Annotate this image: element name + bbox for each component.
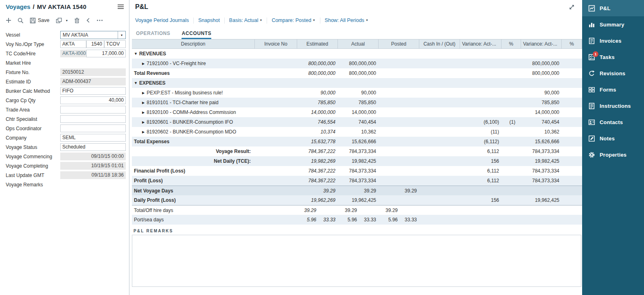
toolbar-snapshot[interactable]: Snapshot [198,17,220,23]
field-value[interactable] [60,115,126,123]
pnl-row-pexp-est-missing-business-rule[interactable]: ▶PEXP:EST - Missing business rule!90,000… [132,88,582,98]
dropdown-arrow-icon[interactable]: ▼ [118,31,125,39]
sidebar-item-label: Forms [600,87,616,93]
pnl-row-financial-profit-loss: Financial Profit (Loss)784,367,222784,37… [132,166,582,176]
vessel-select[interactable]: MV AKTAIA▼ [60,31,126,39]
column-header-description-0[interactable]: Description [132,39,255,48]
field-values: ADM-000437 [60,78,126,85]
field-value[interactable] [60,125,126,132]
field-value[interactable]: 1540 [86,40,104,48]
pair-value: 5.96 [379,217,398,223]
field-value[interactable]: 17,000.00 [86,50,126,57]
toolbar-basis-actual[interactable]: Basis: Actual▼ [229,17,263,23]
toolbar-compare-posted[interactable]: Compare: Posted▼ [272,17,315,23]
cell-act: 39.29 [338,208,379,213]
sidebar-item-tasks[interactable]: 1Tasks [582,49,644,65]
row-expand-icon[interactable]: ▶ [142,101,145,105]
sidebar-item-properties[interactable]: Properties [582,146,644,163]
copy-voyage-button[interactable]: ▼ [56,17,68,24]
cell-est: 800,000,000 [297,70,338,76]
cell-v2: 784,373,334 [521,149,562,154]
field-values: FIFO [60,87,126,95]
toolbar-show-all-periods[interactable]: Show: All Periods▼ [325,17,368,23]
column-header--9[interactable]: % [562,39,582,48]
row-label: Financial Profit (Loss) [134,168,185,174]
row-expand-icon[interactable]: ▶ [142,130,145,134]
field-value[interactable]: 40,000 [60,96,126,104]
field-value[interactable]: AKTA [60,40,86,48]
toolbar-voyage-period-journals[interactable]: Voyage Period Journals [135,17,189,23]
section-collapse-icon[interactable]: ▼ [134,52,138,56]
field-ops-coordinator: Ops Coordinator [0,124,129,133]
pnl-row-revenues[interactable]: ▼REVENUES [132,49,582,59]
pair-value: 33.33 [398,217,417,223]
add-button[interactable] [6,17,11,23]
pnl-table-body: ▼REVENUES▶71921000 - VC-Freight hire800,… [132,49,582,225]
left-toolbar: Save ▼ [0,13,129,28]
column-header-posted-4[interactable]: Posted [379,39,419,48]
sidebar-item-p-l[interactable]: P&L [582,0,644,16]
cell-est: 19,982,269 [297,158,338,164]
row-expand-icon[interactable]: ▶ [142,111,145,114]
tab-operations[interactable]: OPERATIONS [136,31,170,39]
row-label: REVENUES [139,51,166,57]
row-expand-icon[interactable]: ▶ [142,62,145,66]
section-collapse-icon[interactable]: ▼ [134,81,138,85]
cell-v2: 90,000 [521,90,562,96]
pair-value: 5.96 [338,217,357,223]
field-value: 09/10/15 00:00 [60,153,126,160]
search-icon[interactable] [18,17,24,24]
sidebar-item-notes[interactable]: Notes [582,130,644,146]
column-header-cash-in-out-5[interactable]: Cash In / (Out) [419,39,460,48]
sidebar-item-revisions[interactable]: Revisions [582,65,644,81]
column-header-variance-act-8[interactable]: Variance: Act-... [521,39,562,48]
right-sidebar: P&LSummaryInvoices1TasksRevisionsFormsIn… [582,0,644,295]
row-expand-icon[interactable]: ▶ [142,91,145,95]
menu-icon[interactable] [117,4,124,10]
delete-button[interactable] [74,17,80,24]
collapse-panel-icon[interactable] [569,4,575,10]
app-window: Voyages / MV AKTAIA 1540 Save ▼ [0,0,644,295]
pnl-row-81920601-bunker-consumption-ifo[interactable]: ▶81920601 - BUNKER-Consumption IFO746,55… [132,117,582,127]
field-value[interactable]: FIFO [60,87,126,95]
save-button[interactable]: Save [30,17,50,24]
cell-v2: 10,362 [521,129,562,135]
copy-caret-icon[interactable]: ▼ [66,19,68,22]
more-options-icon[interactable] [96,19,103,22]
field-values: 09/10/15 00:00 [60,153,126,160]
field-value[interactable] [60,106,126,114]
field-values: 09/11/18 18:36 [60,171,126,179]
field-voyage-commencing: Voyage Commencing09/10/15 00:00 [0,152,129,161]
cell-est: 39.29 [297,208,338,213]
field-value[interactable]: Scheduled [60,143,126,151]
tasks-icon: 1 [588,54,595,61]
sidebar-item-instructions[interactable]: Instructions [582,98,644,114]
back-icon[interactable] [86,17,90,23]
sidebar-item-label: Invoices [600,38,622,44]
field-value[interactable]: TCOV [104,40,126,48]
pnl-row-81910101-tci-charter-hire-paid[interactable]: ▶81910101 - TCI-Charter hire paid785,850… [132,98,582,107]
column-header-estimated-2[interactable]: Estimated [297,39,338,48]
column-header-actual-3[interactable]: Actual [338,39,379,48]
sidebar-item-contacts[interactable]: Contacts [582,114,644,130]
sidebar-item-summary[interactable]: Summary [582,16,644,33]
pnl-row-expenses[interactable]: ▼EXPENSES [132,78,582,88]
tab-accounts[interactable]: ACCOUNTS [182,31,211,39]
column-header-invoice-no-1[interactable]: Invoice No [255,39,297,48]
cell-v2: 784,373,334 [521,168,562,174]
sidebar-item-invoices[interactable]: Invoices [582,33,644,49]
column-header--7[interactable]: % [502,39,521,48]
column-header-variance-act-6[interactable]: Variance: Act-... [460,39,502,48]
vessel-select-value[interactable]: MV AKTAIA [61,31,118,39]
row-label-cell: ▶81910101 - TCI-Charter hire paid [132,100,255,105]
field-value[interactable]: SEML [60,134,126,142]
cell-v1: (11) [460,129,502,135]
breadcrumb-voyages[interactable]: Voyages [6,3,31,10]
row-expand-icon[interactable]: ▶ [142,120,145,124]
pnl-row-81920100-comm-address-commission[interactable]: ▶81920100 - COMM-Address Commission14,00… [132,107,582,117]
pnl-row-71921000-vc-freight-hire[interactable]: ▶71921000 - VC-Freight hire800,000,00080… [132,59,582,68]
sidebar-item-forms[interactable]: Forms [582,81,644,98]
pnl-remarks-input[interactable] [132,235,581,287]
field-values [60,125,126,132]
pnl-row-81920602-bunker-consumption-mdo[interactable]: ▶81920602 - BUNKER-Consumption MDO10,374… [132,127,582,137]
